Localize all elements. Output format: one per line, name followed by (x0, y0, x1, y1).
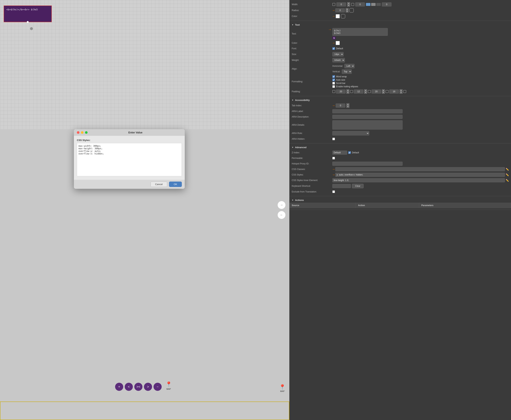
scroll-bar-label[interactable]: Scroll bar (332, 82, 346, 84)
aria-hidden-checkbox[interactable] (332, 138, 335, 140)
border-color-picker[interactable] (336, 14, 340, 18)
auto-size-label[interactable]: Auto size (332, 79, 345, 81)
aria-label-row: ARIA Label: (289, 108, 511, 114)
text-value-row: Text: ⇢ $(hs) $(hd) $ (289, 27, 511, 40)
padding-top-stepper[interactable]: ▲▼ (346, 89, 349, 94)
canvas-widget[interactable]: <b>$(hs)</b><br> $(hd) (4, 6, 52, 22)
font-weight-select[interactable]: Inherit (332, 58, 345, 62)
z-index-label: Z-Index: (292, 151, 332, 154)
border-width-input3[interactable] (382, 2, 391, 7)
advanced-section-header[interactable]: ▼ Advanced (289, 145, 511, 150)
text-color-share-icon[interactable]: ⇢ (332, 42, 334, 45)
border-width-stepper[interactable]: ▲▼ (347, 2, 350, 7)
map-button[interactable]: 📍 MAP (163, 381, 174, 392)
css-styles-share-icon[interactable]: ⇢ (332, 173, 334, 176)
next-button[interactable]: > (144, 383, 152, 391)
font-size-select[interactable]: 14px (332, 52, 344, 56)
prev-button[interactable]: < (125, 383, 133, 391)
text-color-picker[interactable] (336, 41, 340, 45)
word-wrap-checkbox[interactable] (332, 75, 335, 78)
tab-index-input[interactable] (336, 104, 345, 108)
actions-section: ▼ Actions Source Action Parameters (289, 196, 511, 210)
z-index-default-label: Default (352, 151, 359, 154)
css-styles-value: ⇢ ✏️ (332, 173, 509, 177)
css-classes-edit-icon[interactable]: ✏️ (506, 168, 509, 171)
aria-description-input[interactable] (332, 115, 403, 119)
border-width-input[interactable] (336, 2, 346, 7)
border-color-share-icon[interactable]: ⇢ (332, 15, 334, 18)
border-radius-input[interactable] (335, 8, 345, 12)
border-color-swatch1 (366, 3, 370, 6)
tab-index-share-icon[interactable]: ⇢ (332, 104, 334, 107)
modal-ok-button[interactable]: OK (169, 182, 182, 187)
text-share-icon[interactable]: ⇢ (329, 28, 331, 31)
text-section-header[interactable]: ▼ Text (289, 22, 511, 27)
text-size-label: Size: (292, 53, 332, 56)
aria-role-select[interactable] (332, 131, 369, 135)
nav-right-arrow[interactable]: → (278, 201, 286, 209)
border-width-input2[interactable] (355, 2, 365, 7)
exclude-translation-checkbox[interactable] (332, 190, 335, 193)
css-classes-share-icon[interactable]: ⇢ (332, 168, 334, 171)
padding-bottom-stepper[interactable]: ▲▼ (382, 89, 385, 94)
padding-left-stepper[interactable]: ▲▼ (400, 89, 403, 94)
widget-resize-handle[interactable] (27, 21, 29, 23)
css-styles-edit-icon[interactable]: ✏️ (506, 173, 509, 176)
padding-bottom-input[interactable] (372, 90, 381, 94)
horizontal-align-select[interactable]: Left (344, 64, 355, 68)
text-font-row: Font: Default (289, 46, 511, 51)
traffic-light-yellow[interactable] (81, 131, 84, 134)
actions-col-action: Action (356, 202, 419, 208)
z-index-input[interactable] (332, 150, 347, 155)
scroll-bar-checkbox[interactable] (332, 82, 335, 84)
add-button[interactable]: + (115, 383, 123, 391)
aria-details-input[interactable] (332, 120, 403, 129)
font-default-checkbox[interactable] (332, 47, 335, 50)
word-wrap-label[interactable]: Word wrap (332, 75, 347, 78)
padding-left-input[interactable] (389, 90, 399, 94)
vertical-align-select[interactable]: Top (342, 69, 352, 74)
accessibility-section-header[interactable]: ▼ Accessibility (289, 98, 511, 103)
formatting-value: Word wrap Auto size Scroll bar Enable tr… (332, 75, 509, 88)
modal-css-input[interactable]: max-width: 300px; max-height: 300px; ove… (77, 143, 182, 176)
css-classes-input[interactable] (335, 167, 505, 171)
hotspot-proxy-input[interactable] (332, 162, 403, 166)
z-index-default-checkbox[interactable] (348, 151, 351, 154)
aria-label-label: ARIA Label: (292, 110, 332, 112)
permeable-checkbox[interactable] (332, 157, 335, 159)
border-radius-stepper[interactable]: ▲▼ (346, 8, 348, 13)
trailing-ellipses-label[interactable]: Enable trailing ellipses (332, 85, 358, 88)
aria-role-label: ARIA Role: (292, 132, 332, 135)
border-color-swatch3 (376, 3, 381, 6)
modal-cancel-button[interactable]: Cancel (151, 182, 167, 187)
aria-description-row: ARIA Description: (289, 114, 511, 120)
trailing-ellipses-checkbox[interactable] (332, 85, 335, 88)
text-section-title: Text (295, 23, 300, 26)
nav-left-arrow[interactable]: ← (278, 211, 286, 219)
tab-index-stepper[interactable]: ▲▼ (346, 103, 349, 108)
formatting-row: Formatting: Word wrap Auto size Scroll b… (289, 75, 511, 89)
actions-section-header[interactable]: ▼ Actions (289, 198, 511, 202)
padding-right-input[interactable] (354, 90, 363, 94)
css-inner-edit-icon[interactable]: ✏️ (506, 179, 509, 182)
traffic-light-green[interactable] (85, 131, 88, 134)
accessibility-section: ▼ Accessibility Tab Index: ⇢ ▲▼ ARIA Lab… (289, 96, 511, 143)
css-inner-value: ✏️ (332, 178, 509, 182)
border-color-row: Color: ⇢ (289, 13, 511, 19)
padding-value: ▲▼ ▲▼ ▲▼ ▲▼ (332, 89, 509, 94)
auto-size-checkbox[interactable] (332, 79, 335, 81)
minus-button[interactable]: − (154, 383, 162, 391)
keyboard-shortcut-input[interactable] (332, 184, 351, 188)
center-button[interactable]: >< (134, 383, 142, 391)
css-inner-input[interactable] (332, 178, 505, 182)
border-radius-share-icon[interactable]: ⇢ (332, 9, 334, 12)
padding-top-input[interactable] (336, 90, 346, 94)
aria-label-input[interactable] (332, 109, 403, 113)
widget-text-line1: <b>$(hs)</b><br> (6, 8, 29, 11)
traffic-light-red[interactable] (77, 131, 79, 134)
z-index-value: Default (332, 150, 509, 155)
dollar-badge[interactable]: $ (332, 37, 336, 39)
padding-right-stepper[interactable]: ▲▼ (364, 89, 367, 94)
css-styles-input[interactable] (335, 173, 505, 177)
clear-button[interactable]: Clear (352, 184, 364, 188)
